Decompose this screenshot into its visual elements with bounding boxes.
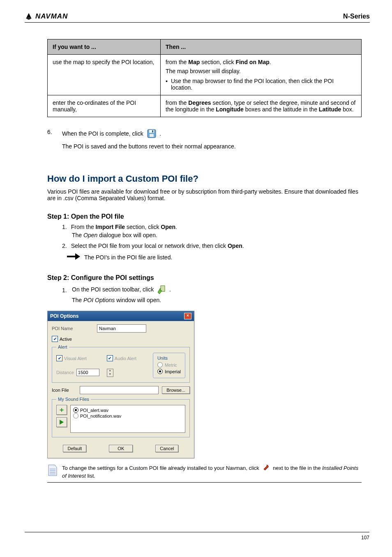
audio-alert-label: Audio Alert — [115, 356, 136, 361]
metric-label: Metric — [165, 363, 177, 367]
field: Import File — [96, 224, 125, 230]
brand-block: NAVMAN — [25, 12, 68, 21]
distance-input[interactable] — [76, 369, 99, 376]
row2-right: from the Degrees section, type or select… — [161, 95, 362, 117]
text: . — [242, 243, 244, 249]
bullet-icon: ▪ — [166, 78, 168, 91]
field: Longitude — [216, 106, 244, 113]
svg-rect-2 — [150, 134, 154, 137]
text: From the — [71, 224, 96, 230]
row1-right: from the Map section, click Find on Map.… — [161, 55, 362, 95]
import-intro: Various POI files are available for down… — [47, 188, 362, 201]
text: box. — [341, 106, 353, 113]
brand-logo-icon — [25, 12, 33, 21]
icon-file-label: Icon File — [52, 388, 76, 393]
poi-name-input[interactable] — [97, 324, 146, 333]
table-header-right: Then ... — [161, 39, 362, 55]
step-number: 6. — [47, 129, 57, 135]
emphasis: POI Options — [83, 297, 115, 303]
text: . — [270, 59, 271, 65]
text: On the POI section toolbar, click — [72, 286, 155, 293]
text: The POI is saved and the buttons revert … — [62, 143, 362, 150]
field: Map — [188, 59, 200, 65]
text: from the — [166, 99, 188, 106]
table-row: enter the co-ordinates of the POI manual… — [48, 95, 362, 117]
icon-file-input[interactable] — [80, 386, 159, 394]
poi-name-label: POI Name — [52, 326, 93, 331]
list-num: 1. — [62, 224, 67, 230]
text: The — [72, 297, 83, 303]
step-6: 6. When the POI is complete, click . T — [47, 129, 362, 153]
add-sound-button[interactable]: ＋ — [56, 405, 67, 415]
text: section, click — [200, 59, 235, 65]
play-sound-button[interactable] — [56, 417, 67, 427]
text: window will open. — [115, 297, 161, 303]
cancel-button[interactable]: Cancel — [155, 445, 178, 452]
options-icon[interactable] — [157, 285, 166, 295]
save-icon[interactable] — [147, 129, 157, 140]
text: Select the POI file from your local or n… — [71, 243, 228, 249]
page-number: 107 — [361, 535, 369, 541]
text: The — [72, 232, 83, 238]
close-icon[interactable]: × — [184, 313, 191, 319]
ok-button[interactable]: OK — [109, 445, 133, 452]
emphasis: Open — [83, 232, 97, 238]
text: next to the file in the — [273, 465, 322, 471]
text: . — [169, 286, 171, 293]
visual-alert-checkbox[interactable]: ✔ — [56, 355, 62, 361]
svg-rect-3 — [152, 130, 153, 132]
step2-header: Step 2: Configure the POI settings — [47, 274, 362, 282]
sound-radio-2[interactable] — [73, 413, 78, 418]
text: . — [159, 130, 161, 137]
field: Open — [161, 224, 175, 230]
sound-fieldset: My Sound Files ＋ POI_alert.wav — [52, 397, 190, 437]
page-footer: 107 — [25, 532, 369, 541]
page-header: NAVMAN N-Series — [25, 12, 370, 23]
distance-label: Distance — [56, 370, 74, 375]
arrow-right-icon — [66, 252, 80, 262]
row1-left: use the map to specify the POI location, — [48, 55, 161, 95]
text: list. — [86, 473, 95, 479]
list-num: 2. — [62, 243, 67, 249]
active-checkbox[interactable]: ✔ — [52, 336, 58, 342]
list-num: 1. — [62, 287, 68, 294]
field: Degrees — [188, 99, 211, 106]
distance-spinner[interactable]: ▲▼ — [107, 369, 113, 377]
play-icon — [60, 420, 64, 425]
text: from the — [166, 59, 188, 65]
field: Find on Map — [235, 59, 269, 65]
text: . — [175, 224, 177, 230]
metric-radio[interactable] — [157, 362, 163, 367]
imperial-label: Imperial — [165, 369, 181, 374]
note-block: To change the settings for a Custom POI … — [47, 463, 362, 483]
sound-list[interactable]: POI_alert.wav POI_notification.wav — [70, 405, 185, 433]
text: section, click — [125, 224, 161, 230]
sound-radio-1[interactable] — [73, 407, 78, 413]
field: Open — [228, 243, 242, 249]
visual-alert-label: Visual Alert — [64, 356, 87, 361]
heading-import: How do I import a Custom POI file? — [47, 173, 362, 184]
audio-alert-checkbox[interactable]: ✔ — [107, 355, 113, 361]
alert-fieldset: Alert ✔ Visual Alert Distance — [52, 344, 190, 383]
sound-file-label: POI_notification.wav — [80, 414, 121, 418]
brand-name: NAVMAN — [35, 12, 68, 21]
units-group: Units Metric Imperial — [153, 353, 185, 378]
options-table: If you want to ... Then ... use the map … — [47, 39, 362, 117]
field: Latitude — [319, 106, 341, 113]
imperial-radio[interactable] — [157, 369, 163, 374]
note-icon — [47, 464, 58, 478]
svg-marker-5 — [75, 253, 80, 260]
default-button[interactable]: Default — [63, 445, 86, 452]
text: boxes and the latitude in the — [244, 106, 319, 113]
poi-options-dialog: POI Options × POI Name ✔ Active Alert — [47, 311, 194, 458]
plus-icon: ＋ — [58, 406, 65, 414]
row2-left: enter the co-ordinates of the POI manual… — [48, 95, 161, 117]
text: Use the map browser to find the POI loca… — [171, 78, 356, 91]
sound-file-label: POI_alert.wav — [80, 408, 108, 413]
step1-header: Step 1: Open the POI file — [47, 213, 362, 220]
table-header-left: If you want to ... — [48, 39, 161, 55]
wrench-icon[interactable] — [262, 467, 271, 473]
browse-button[interactable]: Browse... — [162, 386, 190, 394]
step1-body: 1. From the Import File section, click O… — [62, 224, 362, 262]
active-label: Active — [60, 337, 72, 342]
